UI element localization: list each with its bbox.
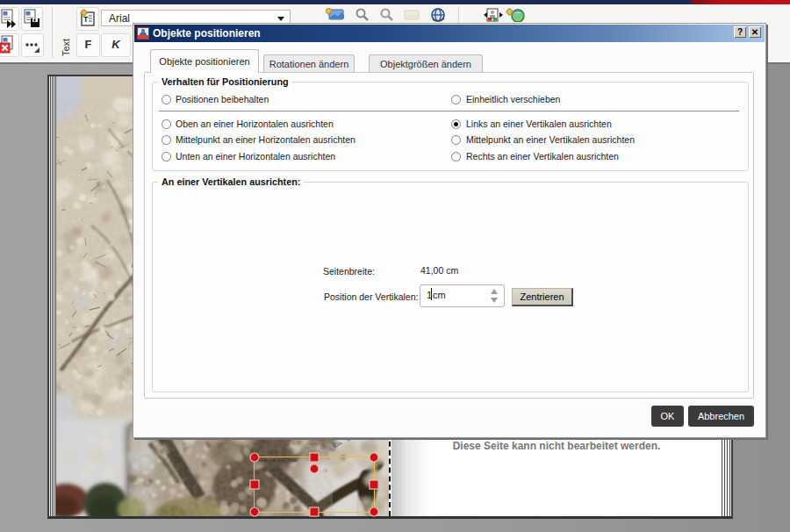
svg-text:T: T (83, 15, 89, 24)
